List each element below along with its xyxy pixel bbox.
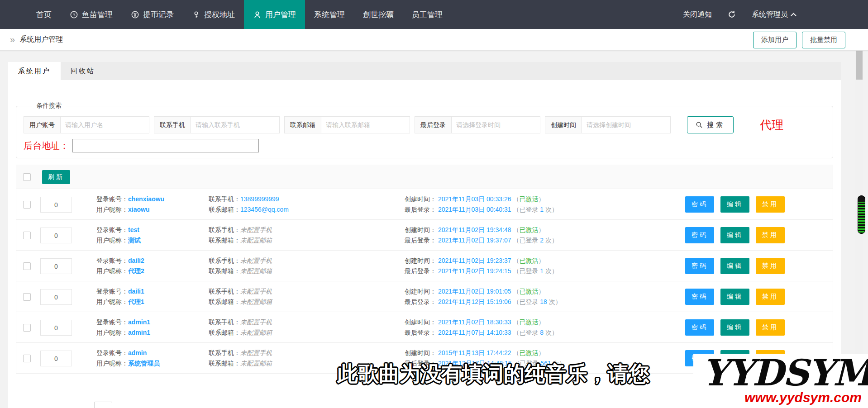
refresh-icon[interactable] (727, 10, 736, 19)
nickname-link[interactable]: 代理2 (128, 267, 144, 275)
nickname-link[interactable]: 系统管理员 (128, 360, 160, 367)
user-table: 刷新 登录账号：chenxiaowu 用户昵称：xiaowu 联系手机：1389… (16, 165, 833, 374)
account-link[interactable]: test (128, 226, 139, 233)
search-field-input-5[interactable] (582, 116, 671, 133)
password-button[interactable]: 密码 (685, 227, 714, 243)
sort-input[interactable] (40, 320, 72, 336)
row-checkbox[interactable] (23, 293, 31, 301)
account-link[interactable]: admin (128, 349, 147, 356)
disable-button[interactable]: 禁用 (756, 258, 785, 274)
account-cell: 登录账号：admin1 用户昵称：admin1 (96, 317, 150, 338)
nav-item-8[interactable]: 员工管理 (403, 0, 452, 29)
activated-badge: 已激活 (519, 318, 538, 326)
password-button[interactable]: 密码 (685, 319, 714, 336)
row-checkbox[interactable] (23, 201, 31, 209)
account-link[interactable]: chenxiaowu (128, 195, 164, 203)
disable-button[interactable]: 禁用 (756, 227, 785, 243)
add-user-button[interactable]: 添加用户 (753, 32, 796, 48)
nav-item-3[interactable]: 提币记录 (122, 0, 183, 29)
email-label: 联系邮箱： (209, 206, 240, 213)
nav-item-1[interactable]: 首页 (27, 0, 61, 29)
search-field-group: 联系邮箱 (284, 116, 410, 133)
row-checkbox[interactable] (23, 232, 31, 239)
search-field-input-1[interactable] (61, 116, 149, 133)
phone-label: 联系手机： (209, 195, 240, 203)
account-label: 登录账号： (96, 226, 128, 233)
password-button[interactable]: 密码 (685, 196, 714, 213)
account-link[interactable]: admin1 (128, 318, 150, 326)
card-body: 条件搜索 用户账号 联系手机 联系邮箱 最后登录 创建时间 搜索 代理 (8, 102, 841, 374)
page: { "colors": { "accent": "#009688", "link… (0, 0, 868, 408)
search-field-input-2[interactable] (191, 116, 280, 133)
phone-value: 未配置手机 (240, 226, 272, 233)
password-button[interactable]: 密码 (685, 258, 714, 274)
dates-cell: 创建时间： 2021年11月02日 18:30:33 （已激活） 最后登录： 2… (405, 317, 558, 338)
email-value: 未配置邮箱 (240, 360, 272, 367)
activated-badge: 已激活 (519, 226, 538, 233)
search-field-label: 联系邮箱 (284, 116, 321, 133)
search-field-input-4[interactable] (452, 116, 540, 133)
contact-cell: 联系手机：13899999999 联系邮箱：123456@qq.com (209, 194, 289, 215)
login-count-value: 1 (540, 206, 544, 213)
row-checkbox[interactable] (23, 324, 31, 332)
row-checkbox[interactable] (23, 262, 31, 270)
disable-button[interactable]: 禁用 (756, 319, 785, 336)
disable-button[interactable]: 禁用 (756, 196, 785, 213)
nav-menu: 首页 鱼苗管理 提币记录 授权地址 用户管理 系统管理 創世挖礦 员工管理 (27, 0, 452, 29)
email-value: 未配置邮箱 (240, 237, 272, 244)
dates-cell: 创建时间： 2021年11月02日 19:34:48 （已激活） 最后登录： 2… (405, 225, 558, 246)
edit-button[interactable]: 编辑 (720, 227, 749, 243)
pagination-partial[interactable] (94, 402, 112, 408)
edit-button[interactable]: 编辑 (720, 196, 749, 213)
login-count-value: 8 (540, 329, 544, 336)
edit-button[interactable]: 编辑 (720, 319, 749, 336)
contact-cell: 联系手机：未配置手机 联系邮箱：未配置邮箱 (209, 286, 272, 307)
email-value: 未配置邮箱 (240, 329, 272, 336)
account-label: 登录账号： (96, 318, 128, 326)
activated-badge: 已激活 (519, 195, 538, 203)
edit-button[interactable]: 编辑 (720, 258, 749, 274)
account-link[interactable]: daili2 (128, 257, 144, 264)
nickname-link[interactable]: xiaowu (128, 206, 149, 213)
sort-input[interactable] (40, 351, 72, 366)
row-checkbox[interactable] (23, 355, 31, 362)
batch-disable-button[interactable]: 批量禁用 (802, 32, 845, 48)
search-button[interactable]: 搜索 (687, 116, 734, 133)
disable-button[interactable]: 禁用 (756, 289, 785, 305)
nav-item-6[interactable]: 系统管理 (305, 0, 354, 29)
row-actions: 密码 编辑 禁用 (685, 319, 785, 336)
tab-system-users[interactable]: 系统用户 (8, 62, 61, 80)
breadcrumb-actions: 添加用户 批量禁用 (753, 32, 845, 48)
password-button[interactable]: 密码 (685, 289, 714, 305)
refresh-button[interactable]: 刷新 (42, 170, 70, 184)
row-actions: 密码 编辑 禁用 (685, 227, 785, 243)
sort-input[interactable] (40, 258, 72, 274)
search-field-input-3[interactable] (321, 116, 410, 133)
tab-bar: 系统用户 回收站 (8, 62, 841, 80)
edit-button[interactable]: 编辑 (720, 289, 749, 305)
nickname-label: 用户昵称： (96, 237, 128, 244)
sort-input[interactable] (40, 289, 72, 305)
nav-item-2[interactable]: 鱼苗管理 (61, 0, 122, 29)
account-label: 登录账号： (96, 195, 128, 203)
yen-icon (131, 10, 139, 19)
last-login-label: 最后登录： (405, 298, 436, 305)
nickname-link[interactable]: 测试 (128, 237, 141, 244)
sort-input[interactable] (40, 228, 72, 243)
created-label: 创建时间： (405, 226, 436, 233)
account-link[interactable]: daili1 (128, 288, 144, 295)
nickname-link[interactable]: admin1 (128, 329, 150, 336)
user-menu[interactable]: 系统管理员 (752, 10, 796, 19)
nickname-link[interactable]: 代理1 (128, 298, 144, 305)
backend-address-input[interactable] (72, 139, 259, 152)
table-row: 登录账号：daili2 用户昵称：代理2 联系手机：未配置手机 联系邮箱：未配置… (16, 251, 833, 281)
close-notice-link[interactable]: 关闭通知 (683, 10, 712, 19)
nav-item-4[interactable]: 授权地址 (183, 0, 244, 29)
activated-badge: 已激活 (519, 257, 538, 264)
nav-item-5[interactable]: 用户管理 (244, 0, 305, 29)
nav-item-7[interactable]: 創世挖礦 (354, 0, 403, 29)
email-label: 联系邮箱： (209, 267, 240, 275)
select-all-checkbox[interactable] (23, 173, 31, 181)
tab-recycle-bin[interactable]: 回收站 (61, 62, 105, 80)
sort-input[interactable] (40, 197, 72, 213)
